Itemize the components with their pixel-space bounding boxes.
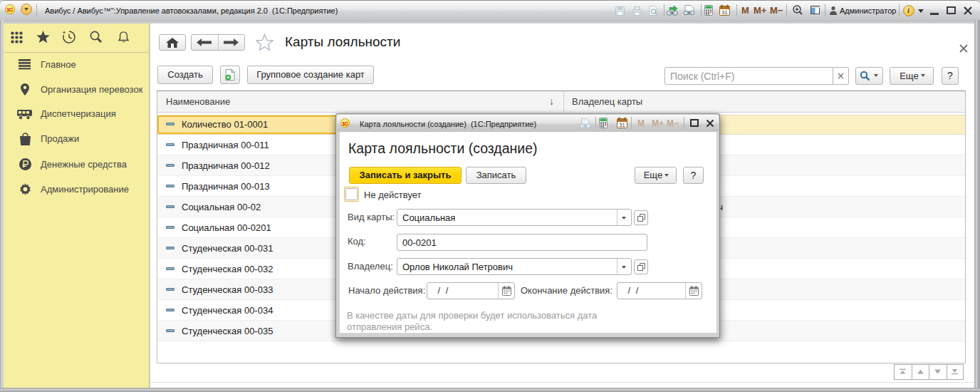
svg-text:31: 31 [721,9,727,16]
svg-text:31: 31 [619,122,625,128]
